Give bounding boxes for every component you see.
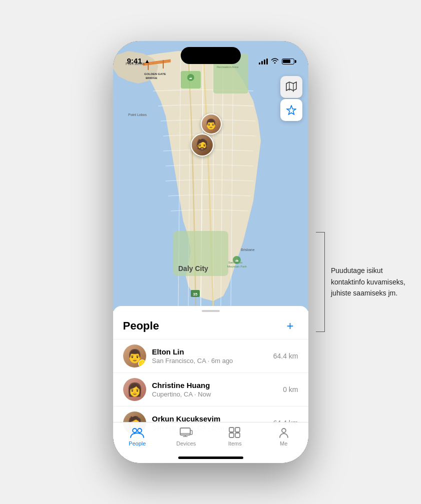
annotation-bracket [316,232,325,332]
tab-me-label: Me [280,440,287,446]
tab-people-label: People [129,440,146,446]
people-panel: People + 👨 ⭐ Elton Lin San Fr [113,306,308,463]
add-person-button[interactable]: + [282,318,298,334]
map-pin-1[interactable]: 👨 [201,114,222,134]
svg-rect-41 [229,433,234,438]
tab-me[interactable]: Me [259,426,308,446]
map-pin-2[interactable]: 🧔 [191,134,214,156]
map-controls [280,76,302,121]
person-distance-2: 0 km [283,386,298,394]
tab-items[interactable]: Items [211,426,260,446]
home-indicator [178,456,243,459]
person-location-1: San Francisco, CA · 6m ago [152,357,273,364]
phone-frame: 9:41 ▲ [113,41,308,463]
tab-people[interactable]: People [113,426,162,446]
svg-text:⛰: ⛰ [235,258,238,262]
svg-text:Brisbane: Brisbane [241,248,255,252]
dynamic-island [181,47,241,64]
svg-text:35: 35 [193,292,197,296]
map-view-button[interactable] [280,76,302,98]
signal-icon [259,58,268,64]
person-item-1[interactable]: 👨 ⭐ Elton Lin San Francisco, CA · 6m ago… [113,339,308,372]
tab-devices-label: Devices [176,440,196,446]
svg-point-43 [282,428,286,432]
location-arrow-icon: ▲ [145,58,150,64]
person-item-2[interactable]: 👩 Christine Huang Cupertino, CA · Now 0 … [113,372,308,406]
battery-icon [282,58,294,64]
svg-text:⛰: ⛰ [189,76,192,80]
person-name-2: Christine Huang [152,381,283,390]
time-display: 9:41 [127,56,142,65]
svg-text:Point Lobos: Point Lobos [128,113,147,116]
person-info-2: Christine Huang Cupertino, CA · Now [152,381,283,398]
svg-rect-39 [229,428,234,432]
tab-devices[interactable]: Devices [162,426,211,446]
wifi-icon [271,58,279,65]
panel-title: People [123,320,159,332]
svg-point-35 [138,428,142,432]
annotation-container: Puudutage isikut kontaktinfo kuvamiseks,… [316,232,411,332]
person-name-1: Elton Lin [152,348,273,356]
location-button[interactable] [280,99,302,121]
person-distance-1: 64.4 km [273,352,298,360]
person-location-2: Cupertino, CA · Now [152,390,283,398]
svg-text:GOLDEN GATE: GOLDEN GATE [144,72,166,76]
svg-text:Mountain Park: Mountain Park [227,265,247,268]
status-icons [259,58,294,65]
avatar-2: 👩 [123,378,146,401]
svg-point-34 [133,428,137,432]
svg-rect-40 [235,428,240,432]
panel-header: People + [113,312,308,339]
annotation-text: Puudutage isikut kontaktinfo kuvamiseks,… [331,265,411,298]
svg-text:BRIDGE: BRIDGE [146,76,157,80]
status-time: 9:41 ▲ [127,56,150,65]
svg-rect-36 [180,428,190,435]
svg-rect-38 [190,430,192,434]
avatar-1: 👨 ⭐ [123,344,146,368]
svg-text:Daly City: Daly City [178,264,208,272]
phone-screen: 9:41 ▲ [113,41,308,463]
star-badge-1: ⭐ [138,360,146,368]
map-view[interactable]: Point Bonita GOLDEN GATE BRIDGE Golden G… [113,41,308,311]
person-info-1: Elton Lin San Francisco, CA · 6m ago [152,348,273,364]
svg-rect-42 [235,433,240,438]
tab-items-label: Items [228,440,242,446]
